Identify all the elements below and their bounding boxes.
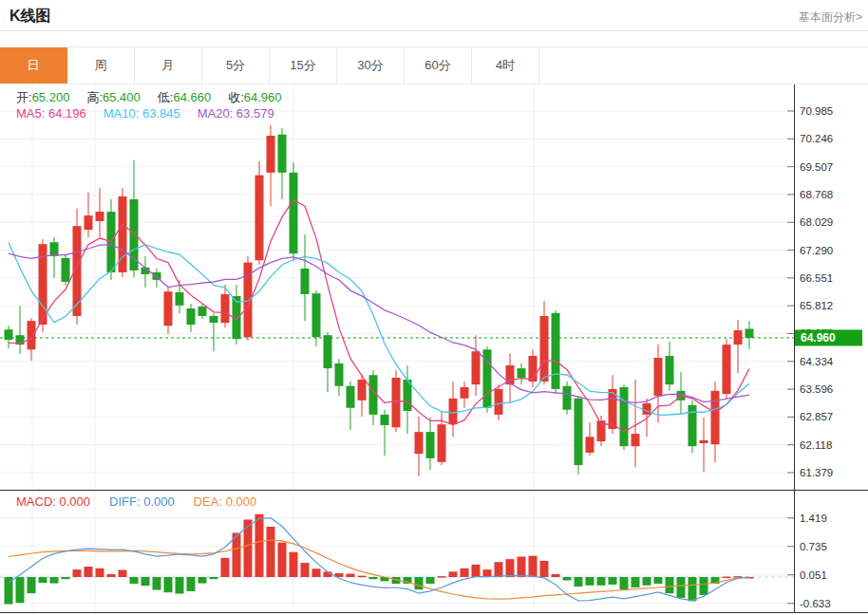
- axis-tick-label: 67.290: [800, 245, 833, 256]
- ohlc-value: 65.400: [103, 90, 141, 104]
- axis-tick-label: -0.633: [800, 598, 831, 609]
- macd-legend-item: DIFF: 0.000: [109, 494, 175, 509]
- axis-tick-label: 68.029: [800, 216, 833, 228]
- ohlc-label: 低:: [158, 90, 174, 104]
- axis-tick-label: 62.118: [800, 439, 832, 451]
- tab-周[interactable]: 周: [67, 47, 135, 84]
- tab-60分[interactable]: 60分: [405, 47, 472, 84]
- ma-legend-item: MA5: 64.196: [16, 106, 86, 121]
- axis-tick-label: 63.596: [800, 383, 833, 395]
- ohlc-label: 高:: [86, 90, 103, 104]
- tab-日[interactable]: 日: [0, 47, 67, 84]
- ohlc-label: 收:: [228, 90, 244, 104]
- ma-legend-item: MA10: 63.845: [104, 106, 180, 121]
- axis-tick-label: 64.334: [800, 356, 834, 367]
- axis-tick-label: 65.812: [800, 300, 833, 311]
- axis-tick-label: 1.419: [800, 512, 827, 524]
- interval-tab-bar: 日周月5分15分30分60分4时: [0, 47, 868, 84]
- tab-5分[interactable]: 5分: [202, 47, 270, 84]
- axis-tick-label: 61.379: [800, 467, 833, 478]
- axis-tick-label: 0.735: [800, 541, 827, 552]
- kline-page: K线图 基本面分析> 日周月5分15分30分60分4时 开:65.200高:65…: [0, 0, 868, 615]
- macd-legend-item: DEA: 0.000: [194, 494, 257, 509]
- ohlc-value: 65.200: [32, 90, 70, 104]
- ma-legend-item: MA20: 63.579: [198, 106, 274, 121]
- tab-15分[interactable]: 15分: [270, 47, 337, 84]
- candles-layer: [5, 125, 754, 476]
- page-title: K线图: [9, 7, 51, 27]
- tab-4时[interactable]: 4时: [472, 47, 539, 84]
- tab-月[interactable]: 月: [135, 47, 202, 84]
- axis-tick-label: 70.985: [800, 105, 833, 117]
- current-price-label: 64.960: [801, 331, 836, 345]
- header: K线图 基本面分析>: [0, 0, 868, 31]
- macd-legend-item: MACD: 0.000: [16, 494, 90, 509]
- axis-tick-label: 66.551: [800, 272, 833, 284]
- ma-legend: MA5: 64.196MA10: 63.845MA20: 63.579: [16, 106, 292, 121]
- ohlc-info-bar: 开:65.200高:65.400低:64.660收:64.960: [16, 89, 299, 106]
- axis-tick-label: 68.768: [800, 189, 833, 200]
- grid-layer: [0, 84, 794, 612]
- ohlc-value: 64.660: [173, 90, 211, 104]
- macd-legend: MACD: 0.000DIFF: 0.000DEA: 0.000: [16, 494, 275, 509]
- axis-tick-label: 69.507: [800, 161, 833, 173]
- ohlc-value: 64.960: [244, 90, 282, 104]
- macd-layer: [5, 514, 754, 605]
- fundamental-analysis-link[interactable]: 基本面分析>: [799, 9, 862, 26]
- axis-tick-label: 62.857: [800, 411, 833, 422]
- axis-tick-label: 0.051: [800, 569, 827, 581]
- tab-30分[interactable]: 30分: [337, 47, 405, 84]
- ohlc-label: 开:: [16, 90, 32, 104]
- axis-tick-label: 70.246: [800, 133, 833, 144]
